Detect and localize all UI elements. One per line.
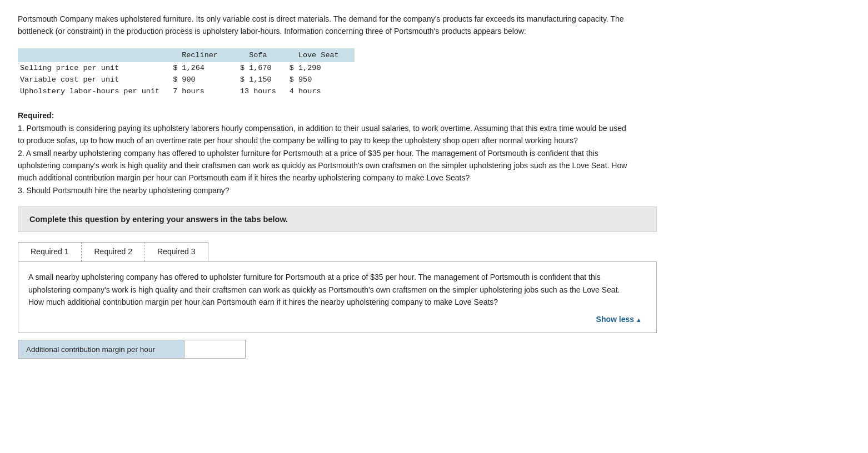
table-header-sofa: Sofa [233, 48, 283, 62]
tab-description: A small nearby upholstering company has … [28, 271, 628, 308]
row-loveseat-hours: 4 hours [283, 85, 355, 97]
row-sofa-selling: $ 1,670 [233, 62, 283, 74]
row-label-variable: Variable cost per unit [18, 74, 166, 85]
row-sofa-hours: 13 hours [233, 85, 283, 97]
table-row: Variable cost per unit $ 900 $ 1,150 $ 9… [18, 74, 355, 85]
tab-content: A small nearby upholstering company has … [18, 262, 657, 333]
row-recliner-variable: $ 900 [166, 74, 233, 85]
tab-required-1[interactable]: Required 1 [18, 242, 82, 261]
row-label-selling: Selling price per unit [18, 62, 166, 74]
tab-required-2[interactable]: Required 2 [82, 242, 146, 261]
answer-label: Additional contribution margin per hour [18, 340, 184, 359]
tabs-row: Required 1 Required 2 Required 3 [18, 242, 657, 262]
table-header-recliner: Recliner [166, 48, 233, 62]
row-label-hours: Upholstery labor-hours per unit [18, 85, 166, 97]
answer-input[interactable] [184, 340, 246, 359]
required-label: Required: [18, 111, 54, 120]
tab-required-3[interactable]: Required 3 [145, 242, 208, 261]
required-item-1: 1. Portsmouth is considering paying its … [18, 122, 629, 147]
tabs-container: Required 1 Required 2 Required 3 A small… [18, 242, 657, 333]
row-sofa-variable: $ 1,150 [233, 74, 283, 85]
required-item-3: 3. Should Portsmouth hire the nearby uph… [18, 184, 629, 197]
complete-box-text: Complete this question by entering your … [29, 215, 288, 224]
table-row: Upholstery labor-hours per unit 7 hours … [18, 85, 355, 97]
answer-row: Additional contribution margin per hour [18, 340, 657, 359]
show-less-link[interactable]: Show less [596, 315, 642, 324]
table-header-loveseat: Love Seat [283, 48, 355, 62]
row-loveseat-variable: $ 950 [283, 74, 355, 85]
required-section: Required: 1. Portsmouth is considering p… [18, 109, 629, 197]
product-table: Recliner Sofa Love Seat Selling price pe… [18, 48, 355, 97]
required-item-2: 2. A small nearby upholstering company h… [18, 147, 629, 184]
table-header-blank [18, 48, 166, 62]
row-loveseat-selling: $ 1,290 [283, 62, 355, 74]
table-row: Selling price per unit $ 1,264 $ 1,670 $… [18, 62, 355, 74]
complete-box: Complete this question by entering your … [18, 207, 657, 232]
intro-text: Portsmouth Company makes upholstered fur… [18, 13, 629, 37]
row-recliner-hours: 7 hours [166, 85, 233, 97]
row-recliner-selling: $ 1,264 [166, 62, 233, 74]
show-less-row: Show less [28, 315, 646, 327]
